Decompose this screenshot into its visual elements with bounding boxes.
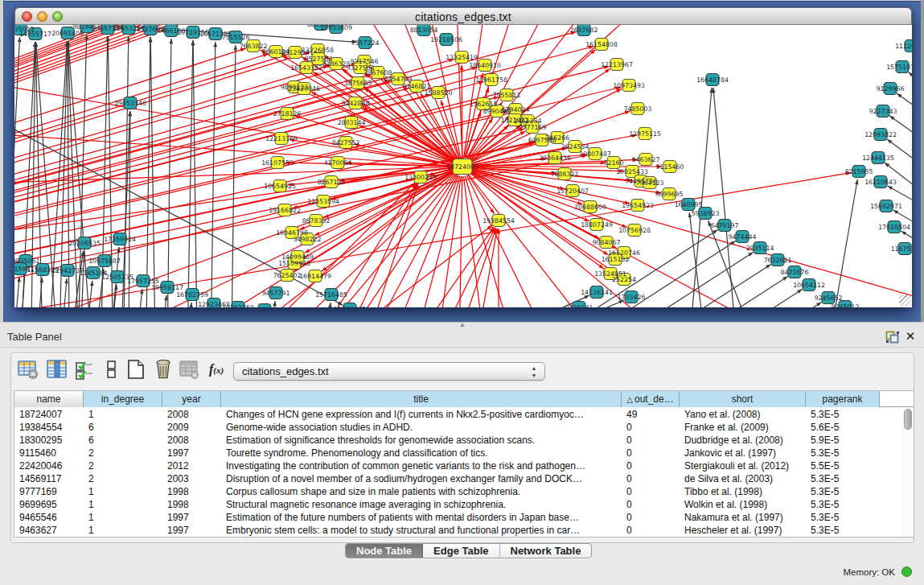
graph-node-label: 8267130 <box>318 179 346 186</box>
tab-edge-table[interactable]: Edge Table <box>423 544 499 558</box>
table-row[interactable]: 1830029562008Estimation of significance … <box>14 434 914 447</box>
graph-node-label: 16210643 <box>864 179 897 186</box>
dropdown-stepper-icon: ▲▼ <box>529 365 539 379</box>
close-panel-icon[interactable]: ✕ <box>904 329 917 344</box>
delete-table-button[interactable] <box>179 359 199 380</box>
node-table[interactable]: namein_degreeyeartitle△out_de…shortpager… <box>14 390 914 538</box>
graph-node-label: 15720407 <box>556 187 589 195</box>
network-window-titlebar[interactable]: citations_edges.txt <box>14 7 912 25</box>
graph-node-label: 16782759 <box>176 291 208 299</box>
graph-node-label: 17016504 <box>878 224 910 231</box>
network-window-title: citations_edges.txt <box>15 10 911 23</box>
column-header-title[interactable]: title <box>221 391 622 407</box>
table-row[interactable]: 1938455462009Genome-wide association stu… <box>14 421 914 434</box>
graph-node-label: 10807487 <box>579 150 611 158</box>
graph-node-label: 10961758 <box>475 76 507 84</box>
table-cell: 0 <box>622 421 675 434</box>
table-settings-button[interactable] <box>18 359 39 380</box>
deselect-all-button[interactable] <box>101 359 122 380</box>
delete-column-button[interactable] <box>153 359 174 380</box>
column-header-in_degree[interactable]: in_degree <box>84 391 162 407</box>
window-resize-grip[interactable] <box>899 295 910 306</box>
graph-node-label: 2687682 <box>570 27 598 34</box>
graph-node-label: 7986322 <box>551 171 579 178</box>
table-cell: 18300295 <box>14 434 79 447</box>
graph-node-label: 2718126 <box>273 110 302 117</box>
network-canvas[interactable]: 9635013140557172069140698194112085719010… <box>14 25 912 307</box>
graph-node-label: 19218506 <box>430 36 462 43</box>
graph-node-label: 16154808 <box>585 41 618 48</box>
table-cell: 9699695 <box>14 498 79 511</box>
column-header-name[interactable]: name <box>14 391 84 407</box>
graph-node-label: 7625402 <box>273 272 302 279</box>
table-row[interactable]: 946362711997Embryonic stem cells: a mode… <box>14 524 914 537</box>
graph-node-label: 7485003 <box>624 105 652 113</box>
memory-status-label: Memory: OK <box>843 567 895 577</box>
network-graph[interactable]: 9635013140557172069140698194112085719010… <box>14 25 912 307</box>
graph-node-label: 14099489 <box>281 253 314 261</box>
column-header-short[interactable]: short <box>680 391 806 407</box>
table-cell: 0 <box>622 447 675 459</box>
graph-node-label: 2935114 <box>746 245 774 252</box>
graph-node-label: 9463627 <box>632 156 660 163</box>
graph-node-label: 10975887 <box>88 257 121 265</box>
table-cell: 2 <box>84 472 158 485</box>
graph-node-label: 10688609 <box>574 204 606 211</box>
column-header-out_de[interactable]: △out_de… <box>622 391 680 407</box>
column-header-pagerank[interactable]: pagerank <box>806 391 880 407</box>
status-bar: Memory: OK <box>0 559 924 585</box>
table-cell: 9777169 <box>14 485 79 498</box>
graph-node-label: 18724007 <box>446 163 478 171</box>
table-row[interactable]: 2242004622012Investigating the contribut… <box>14 459 914 472</box>
table-cell: Yano et al. (2008) <box>680 408 801 421</box>
table-row[interactable]: 946554611997Estimation of the future num… <box>14 511 914 524</box>
table-header-row: namein_degreeyeartitle△out_de…shortpager… <box>14 391 914 407</box>
table-cell: 14569117 <box>14 472 79 485</box>
graph-node-label: 9242848 <box>342 100 370 107</box>
table-cell: 6 <box>84 421 158 434</box>
sort-ascending-icon: △ <box>626 395 633 404</box>
select-all-button[interactable] <box>74 359 95 380</box>
table-cell: Franke et al. (2009) <box>680 421 801 434</box>
table-cell: 6 <box>84 434 158 447</box>
table-select-dropdown[interactable]: citations_edges.txt ▲▼ <box>233 362 545 381</box>
table-cell: 0 <box>622 485 675 498</box>
table-panel-title: Table Panel <box>7 331 62 343</box>
table-cell: 1997 <box>162 447 216 459</box>
network-view-desktop: 9635013140557172069140698194112085719010… <box>0 0 924 322</box>
table-cell: 9465546 <box>14 511 79 524</box>
table-cell: 1 <box>84 485 158 498</box>
graph-node-label: 3624534 <box>561 143 589 150</box>
table-row[interactable]: 1872400712008Changes of HCN gene express… <box>14 408 914 421</box>
function-builder-button[interactable]: f(x) <box>209 359 230 380</box>
column-header-year[interactable]: year <box>162 391 221 407</box>
graph-node-label: 6479197 <box>711 222 739 229</box>
select-columns-button[interactable] <box>47 359 68 380</box>
graph-node-label: 15716485 <box>315 291 347 299</box>
table-row[interactable]: 911546021997Tourette syndrome. Phenomeno… <box>14 447 914 459</box>
graph-node-label: 17359924 <box>104 236 136 243</box>
tab-node-table[interactable]: Node Table <box>346 544 423 558</box>
network-window[interactable]: 9635013140557172069140698194112085719010… <box>14 7 912 307</box>
graph-node-label: 1640995 <box>675 201 703 208</box>
vertical-scrollbar[interactable] <box>902 408 913 538</box>
graph-node-label: 9084067 <box>593 239 621 246</box>
memory-ok-indicator <box>901 566 912 577</box>
table-cell: Tibbo et al. (1998) <box>680 485 801 498</box>
table-cell: 0 <box>622 511 675 524</box>
graph-node-label: 20364436 <box>539 154 571 162</box>
float-panel-icon[interactable] <box>885 331 900 344</box>
graph-node-label: 10025433 <box>616 168 648 175</box>
graph-node-label: 9474444 <box>729 233 757 241</box>
graph-node-label: 12093822 <box>864 131 897 138</box>
table-cell: Jankovic et al. (1997) <box>680 447 801 459</box>
graph-node-label: 9136141 <box>565 304 593 308</box>
table-row[interactable]: 969969511998Structural magnetic resonanc… <box>14 498 914 511</box>
scrollbar-thumb[interactable] <box>904 409 912 430</box>
table-row[interactable]: 977716911998Corpus callosum shape and si… <box>14 485 914 498</box>
table-row[interactable]: 1456911722003Disruption of a novel membe… <box>14 472 914 485</box>
table-cell: 1 <box>84 498 158 511</box>
new-column-button[interactable] <box>125 359 146 380</box>
graph-node-label: 9129966 <box>877 85 905 93</box>
tab-network-table[interactable]: Network Table <box>500 544 592 558</box>
